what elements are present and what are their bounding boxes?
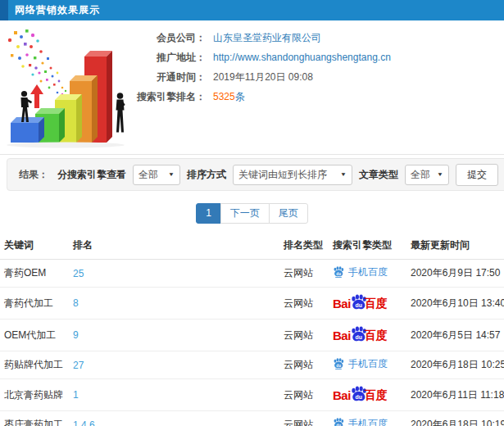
mobile-baidu-text: 手机百度 xyxy=(348,267,388,277)
ground-shadow xyxy=(7,143,125,148)
growth-bar-chart-illustration xyxy=(0,22,152,152)
baidu-paw-icon: du xyxy=(333,358,344,369)
svg-text:du: du xyxy=(336,364,341,368)
col-rank-type: 排名类型 xyxy=(279,232,329,260)
baidu-paw-icon: du xyxy=(333,418,344,426)
updated-cell: 2020年6月5日 14:57 xyxy=(406,320,504,351)
baidu-bai-text: Bai xyxy=(333,297,351,310)
rank-count-value: 5325 xyxy=(213,91,235,102)
col-rank: 排名 xyxy=(69,232,279,260)
mobile-baidu-logo: du手机百度 xyxy=(333,418,388,426)
svg-text:du: du xyxy=(336,272,341,276)
table-row: 北京膏药贴牌1云网站Baidu百度2020年6月11日 11:18 xyxy=(0,379,504,411)
rank-type-cell: 云网站 xyxy=(279,260,329,288)
engine-select[interactable]: 全部 ▼ xyxy=(133,165,180,185)
col-keyword: 关键词 xyxy=(0,232,69,260)
info-fields: 会员公司： 山东皇圣堂药业有限公司 推广地址： http://www.shand… xyxy=(109,20,504,106)
col-engine-type: 搜索引擎类型 xyxy=(329,232,406,260)
title-bar: 网络营销效果展示 xyxy=(0,0,504,20)
rank-type-cell: 云网站 xyxy=(279,351,329,379)
sort-select[interactable]: 关键词由短到长排序 ▼ xyxy=(233,165,352,185)
baidu-logo: Baidu百度 xyxy=(333,326,388,344)
last-page-button[interactable]: 尾页 xyxy=(269,203,308,224)
sort-select-value: 关键词由短到长排序 xyxy=(238,168,327,182)
article-type-value: 全部 xyxy=(411,168,430,182)
open-time-value: 2019年11月20日 09:08 xyxy=(213,70,313,84)
submit-button[interactable]: 提交 xyxy=(456,164,498,186)
rank-type-cell: 云网站 xyxy=(279,379,329,411)
mobile-baidu-text: 手机百度 xyxy=(348,359,388,369)
mobile-baidu-logo: du手机百度 xyxy=(333,358,388,369)
baidu-paw-icon: du xyxy=(333,266,344,278)
keyword-cell: 药贴牌代加工 xyxy=(0,351,69,379)
filter-bar: 结果： 分搜索引擎查看 全部 ▼ 排序方式 关键词由短到长排序 ▼ 文章类型 全… xyxy=(7,158,504,191)
engine-select-value: 全部 xyxy=(138,168,158,182)
table-row: OEM代加工9云网站Baidu百度2020年6月5日 14:57 xyxy=(0,320,504,351)
baidu-bai-text: Bai xyxy=(333,389,351,401)
page-1-button[interactable]: 1 xyxy=(196,203,221,224)
open-time-row: 开通时间： 2019年11月20日 09:08 xyxy=(109,67,504,87)
rank-count-unit: 条 xyxy=(235,91,245,102)
baidu-logo: Baidu百度 xyxy=(333,386,388,404)
table-row: 膏药OEM25云网站du手机百度2020年6月9日 17:50 xyxy=(0,260,504,288)
svg-text:du: du xyxy=(355,334,362,340)
table-row: 枣庄膏药加工1,4,6云网站du手机百度2020年6月18日 10:19 xyxy=(0,411,504,426)
table-row: 膏药代加工8云网站Baidu百度2020年6月10日 13:40 xyxy=(0,288,504,320)
keyword-cell: OEM代加工 xyxy=(0,320,69,351)
table-body: 膏药OEM25云网站du手机百度2020年6月9日 17:50膏药代加工8云网站… xyxy=(0,260,504,426)
section-divider xyxy=(0,154,504,155)
baidu-cn-text: 百度 xyxy=(365,329,388,341)
rank-cell: 8 xyxy=(69,288,279,320)
updated-cell: 2020年6月9日 17:50 xyxy=(406,260,504,288)
updated-cell: 2020年6月11日 11:18 xyxy=(406,379,504,411)
engine-cell: Baidu百度 xyxy=(329,379,406,411)
rank-link[interactable]: 25 xyxy=(73,268,84,279)
company-link[interactable]: 山东皇圣堂药业有限公司 xyxy=(213,31,321,45)
updated-cell: 2020年6月10日 13:40 xyxy=(406,288,504,320)
rank-type-cell: 云网站 xyxy=(279,320,329,351)
keyword-cell: 北京膏药贴牌 xyxy=(0,379,69,411)
title-bar-edge xyxy=(0,0,8,20)
next-page-button[interactable]: 下一页 xyxy=(220,203,270,224)
rank-cell: 1,4,6 xyxy=(69,411,279,426)
baidu-cn-text: 百度 xyxy=(365,389,388,401)
rank-link[interactable]: 1,4,6 xyxy=(73,419,95,426)
updated-cell: 2020年6月18日 10:25 xyxy=(406,351,504,379)
engine-cell: du手机百度 xyxy=(329,411,406,426)
engine-cell: Baidu百度 xyxy=(329,320,406,351)
promo-url-row: 推广地址： http://www.shandonghuangshengtang.… xyxy=(109,48,504,67)
rank-link[interactable]: 1 xyxy=(73,389,79,401)
pagination: 1 下一页 尾页 xyxy=(0,203,504,224)
table-header-row: 关键词 排名 排名类型 搜索引擎类型 最新更新时间 xyxy=(0,232,504,260)
keyword-rank-table: 关键词 排名 排名类型 搜索引擎类型 最新更新时间 膏药OEM25云网站du手机… xyxy=(0,232,504,426)
rank-cell: 25 xyxy=(69,260,279,288)
rank-cell: 1 xyxy=(69,379,279,411)
chevron-down-icon: ▼ xyxy=(437,171,443,177)
keyword-cell: 膏药代加工 xyxy=(0,288,69,320)
promo-url-link[interactable]: http://www.shandonghuangshengtang.cn xyxy=(213,52,391,63)
article-type-label: 文章类型 xyxy=(359,168,398,182)
businessman-right xyxy=(116,93,125,132)
rank-cell: 27 xyxy=(69,351,279,379)
baidu-logo: Baidu百度 xyxy=(333,294,388,312)
rank-link[interactable]: 27 xyxy=(73,360,84,371)
engine-cell: du手机百度 xyxy=(329,351,406,379)
chevron-down-icon: ▼ xyxy=(340,171,347,177)
article-type-select[interactable]: 全部 ▼ xyxy=(405,165,449,185)
result-label: 结果： xyxy=(19,168,48,182)
rank-type-cell: 云网站 xyxy=(279,411,329,426)
rank-link[interactable]: 9 xyxy=(73,329,79,341)
baidu-bai-text: Bai xyxy=(333,329,351,342)
filter-controls: 分搜索引擎查看 全部 ▼ 排序方式 关键词由短到长排序 ▼ 文章类型 全部 ▼ … xyxy=(57,164,498,186)
rank-cell: 9 xyxy=(69,320,279,351)
page-title: 网络营销效果展示 xyxy=(15,3,100,17)
svg-text:du: du xyxy=(336,424,341,426)
keyword-cell: 枣庄膏药加工 xyxy=(0,411,69,426)
member-info-section: 会员公司： 山东皇圣堂药业有限公司 推广地址： http://www.shand… xyxy=(0,20,504,154)
svg-text:du: du xyxy=(355,394,362,400)
rank-link[interactable]: 8 xyxy=(73,297,79,309)
rank-type-cell: 云网站 xyxy=(279,288,329,320)
engine-cell: du手机百度 xyxy=(329,260,406,288)
svg-text:du: du xyxy=(355,302,362,308)
col-updated: 最新更新时间 xyxy=(406,232,504,260)
